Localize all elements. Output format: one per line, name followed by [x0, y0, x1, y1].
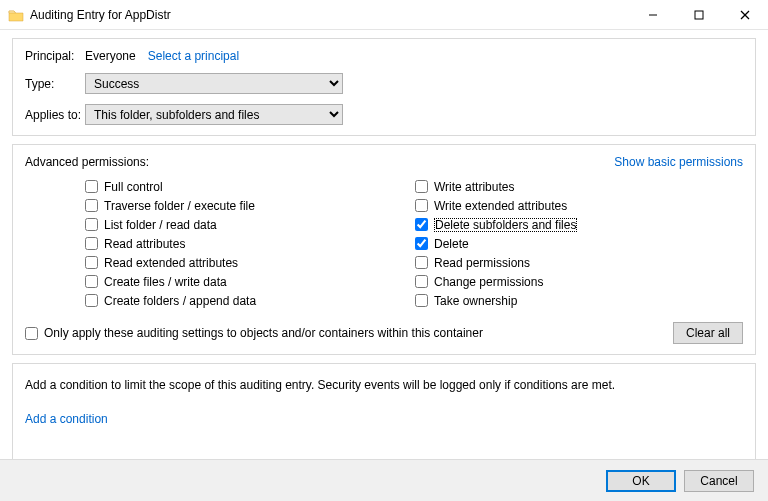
conditions-description: Add a condition to limit the scope of th…	[25, 378, 743, 392]
permission-item[interactable]: List folder / read data	[85, 215, 415, 234]
permission-checkbox[interactable]	[415, 256, 428, 269]
maximize-button[interactable]	[676, 0, 722, 29]
permission-label: Create folders / append data	[104, 294, 256, 308]
ok-button[interactable]: OK	[606, 470, 676, 492]
permission-label: Read attributes	[104, 237, 185, 251]
folder-icon	[8, 8, 24, 22]
window-title: Auditing Entry for AppDistr	[30, 8, 630, 22]
permission-item[interactable]: Create files / write data	[85, 272, 415, 291]
window-controls	[630, 0, 768, 29]
permissions-heading: Advanced permissions:	[25, 155, 149, 169]
permission-item[interactable]: Read attributes	[85, 234, 415, 253]
permission-checkbox[interactable]	[415, 218, 428, 231]
applies-to-combo[interactable]: This folder, subfolders and files	[85, 104, 343, 125]
only-this-container-label: Only apply these auditing settings to ob…	[44, 326, 483, 340]
permission-item[interactable]: Delete subfolders and files	[415, 215, 577, 234]
permission-checkbox[interactable]	[85, 294, 98, 307]
permission-checkbox[interactable]	[85, 237, 98, 250]
permission-label: List folder / read data	[104, 218, 217, 232]
principal-label: Principal:	[25, 49, 85, 63]
permission-label: Delete	[434, 237, 469, 251]
permission-checkbox[interactable]	[415, 180, 428, 193]
permissions-group: Advanced permissions: Show basic permiss…	[12, 144, 756, 355]
permission-label: Change permissions	[434, 275, 543, 289]
minimize-button[interactable]	[630, 0, 676, 29]
principal-value: Everyone	[85, 49, 136, 63]
permission-item[interactable]: Delete	[415, 234, 577, 253]
permission-label: Write attributes	[434, 180, 514, 194]
permission-label: Read extended attributes	[104, 256, 238, 270]
bottom-button-bar: OK Cancel	[0, 459, 768, 501]
show-basic-permissions-link[interactable]: Show basic permissions	[614, 155, 743, 169]
permission-label: Full control	[104, 180, 163, 194]
permission-label: Delete subfolders and files	[434, 218, 577, 232]
permission-label: Write extended attributes	[434, 199, 567, 213]
permission-item[interactable]: Change permissions	[415, 272, 577, 291]
applies-to-label: Applies to:	[25, 108, 85, 122]
permission-item[interactable]: Traverse folder / execute file	[85, 196, 415, 215]
principal-group: Principal: Everyone Select a principal T…	[12, 38, 756, 136]
permission-label: Create files / write data	[104, 275, 227, 289]
permission-label: Take ownership	[434, 294, 517, 308]
permission-checkbox[interactable]	[85, 275, 98, 288]
permission-checkbox[interactable]	[415, 275, 428, 288]
permission-item[interactable]: Write extended attributes	[415, 196, 577, 215]
permission-item[interactable]: Take ownership	[415, 291, 577, 310]
cancel-button[interactable]: Cancel	[684, 470, 754, 492]
add-condition-link[interactable]: Add a condition	[25, 412, 108, 426]
permission-checkbox[interactable]	[85, 180, 98, 193]
permission-item[interactable]: Write attributes	[415, 177, 577, 196]
permission-checkbox[interactable]	[85, 218, 98, 231]
svg-rect-1	[695, 11, 703, 19]
permission-checkbox[interactable]	[415, 294, 428, 307]
only-this-container-input[interactable]	[25, 327, 38, 340]
permissions-left-column: Full controlTraverse folder / execute fi…	[85, 177, 415, 310]
type-label: Type:	[25, 77, 85, 91]
permission-label: Read permissions	[434, 256, 530, 270]
close-button[interactable]	[722, 0, 768, 29]
permission-checkbox[interactable]	[415, 199, 428, 212]
permission-item[interactable]: Read extended attributes	[85, 253, 415, 272]
conditions-group: Add a condition to limit the scope of th…	[12, 363, 756, 461]
select-principal-link[interactable]: Select a principal	[148, 49, 239, 63]
only-this-container-checkbox[interactable]: Only apply these auditing settings to ob…	[25, 326, 483, 340]
permission-label: Traverse folder / execute file	[104, 199, 255, 213]
title-bar: Auditing Entry for AppDistr	[0, 0, 768, 30]
permission-checkbox[interactable]	[85, 199, 98, 212]
type-combo[interactable]: Success	[85, 73, 343, 94]
permission-item[interactable]: Create folders / append data	[85, 291, 415, 310]
clear-all-button[interactable]: Clear all	[673, 322, 743, 344]
permissions-right-column: Write attributesWrite extended attribute…	[415, 177, 577, 310]
permission-checkbox[interactable]	[85, 256, 98, 269]
permission-checkbox[interactable]	[415, 237, 428, 250]
permission-item[interactable]: Read permissions	[415, 253, 577, 272]
permission-item[interactable]: Full control	[85, 177, 415, 196]
